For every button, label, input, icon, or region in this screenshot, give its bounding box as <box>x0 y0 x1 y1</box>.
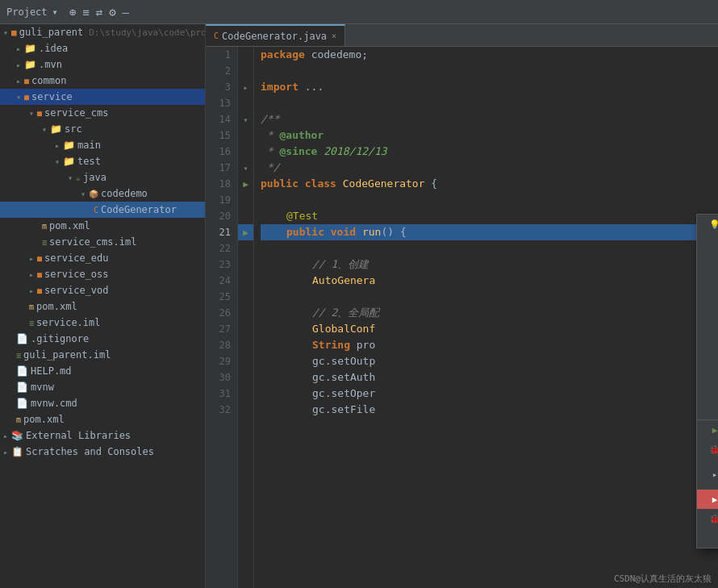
javadoc-start: /** <box>261 111 279 127</box>
code-line-32: gc.setFile <box>261 402 712 418</box>
menu-item-debug-maven[interactable]: 🐞 Debug Maven <box>697 440 718 459</box>
code-editor: 1 2 3 13 14 15 16 17 18 19 20 21 22 23 2… <box>206 47 718 588</box>
menu-item-generate[interactable]: Generate... Alt+ <box>697 400 718 419</box>
tree-item-test[interactable]: 📁 test <box>0 153 205 169</box>
menu-item-refactor[interactable]: Refactor <box>697 323 718 342</box>
module-icon: ■ <box>11 27 17 38</box>
module-icon: ■ <box>24 77 29 85</box>
tree-item-mvn[interactable]: 📁 .mvn <box>0 56 205 73</box>
gutter-29 <box>238 353 253 369</box>
gutter-14: ▾ <box>238 111 253 127</box>
tree-item-service-iml[interactable]: ≣ service.iml <box>0 315 205 331</box>
tree-item-common[interactable]: ■ common <box>0 73 205 89</box>
root-arrow <box>3 28 8 37</box>
service-edu-label: service_edu <box>44 252 108 264</box>
menu-item-folding[interactable]: Folding <box>697 342 718 361</box>
src-label: src <box>65 123 82 135</box>
add-icon[interactable]: ⊕ <box>69 6 76 19</box>
line-num-17: 17 <box>212 160 231 176</box>
tree-item-service[interactable]: ■ service <box>0 89 205 105</box>
tree-item-mvnwcmd[interactable]: 📄 mvnw.cmd <box>0 395 205 411</box>
gc-setoper: gc.setOper <box>312 386 375 402</box>
kw-void: void <box>331 224 356 240</box>
fold-end-icon[interactable]: ▾ <box>243 164 248 173</box>
menu-item-copy-paste[interactable]: Copy / Paste Special <box>697 253 718 273</box>
menu-item-analyze[interactable]: Analyze <box>697 361 718 381</box>
debug-maven-icon: 🐞 <box>708 444 718 455</box>
menu-item-goto[interactable]: Go To <box>697 381 718 400</box>
tree-item-codegenerator[interactable]: C CodeGenerator <box>0 202 205 218</box>
fold-icon[interactable]: ▾ <box>243 115 248 124</box>
menu-item-run-maven[interactable]: ▶ Run Maven <box>697 419 718 440</box>
editor-tab-codegenerator[interactable]: C CodeGenerator.java × <box>206 24 345 46</box>
root-label: guli_parent <box>19 27 83 38</box>
pom1-label: pom.xml <box>49 220 90 231</box>
tree-item-scratches[interactable]: 📋 Scratches and Consoles <box>0 444 205 460</box>
run-icon-21[interactable]: ▶ <box>243 227 248 238</box>
menu-item-column-mode[interactable]: Column Selection Mode Alt+Shift+ <box>697 273 718 303</box>
mvn-arrow <box>16 60 21 69</box>
gutter: ▸ ▾ ▾ ▶ ▶ <box>238 47 254 588</box>
code-line-17: */ <box>261 160 712 176</box>
minimize-icon[interactable]: – <box>123 6 129 19</box>
menu-item-more-run[interactable]: More Run/Debug <box>697 528 718 548</box>
tree-item-service-edu[interactable]: ■ service_edu <box>0 250 205 266</box>
menu-item-paste[interactable]: Paste <box>697 234 718 253</box>
menu-item-show-context[interactable]: 💡 Show Context Actions Alt+ <box>697 215 718 234</box>
tree-item-java[interactable]: ☕ java <box>0 169 205 186</box>
comment-1: // 1、创建 <box>312 256 369 273</box>
tree-item-idea[interactable]: 📁 .idea <box>0 40 205 56</box>
scratch-icon: 📋 <box>11 446 23 457</box>
tree-root[interactable]: ■ guli_parent D:\study\java\code\project… <box>0 24 205 40</box>
gutter-32 <box>238 402 253 418</box>
tree-item-gitignore[interactable]: 📄 .gitignore <box>0 331 205 347</box>
gutter-22 <box>238 240 253 256</box>
service-cms-iml-label: service_cms.iml <box>49 236 136 248</box>
menu-item-open-terminal[interactable]: ▸ Open Terminal at the Current Module <box>697 459 718 490</box>
tree-item-service-vod[interactable]: ■ service_vod <box>0 282 205 298</box>
project-dropdown-icon[interactable]: ▾ <box>52 6 58 18</box>
menu-item-run-run[interactable]: ▶ Run 'run()' Ctrl+Shift <box>697 490 718 509</box>
module-icon: ■ <box>37 109 42 118</box>
tree-item-main[interactable]: 📁 main <box>0 137 205 153</box>
module-icon: ■ <box>37 286 42 295</box>
tree-item-guli-iml[interactable]: ≣ guli_parent.iml <box>0 347 205 363</box>
mvnwcmd-label: mvnw.cmd <box>31 398 77 409</box>
tree-item-ext-libs[interactable]: 📚 External Libraries <box>0 427 205 444</box>
tree-item-src[interactable]: 📁 src <box>0 121 205 137</box>
main-arrow <box>55 141 60 150</box>
service-label: service <box>31 91 73 102</box>
tab-close-button[interactable]: × <box>332 31 336 40</box>
scroll-icon[interactable]: ⇄ <box>96 6 102 19</box>
tree-item-pom1[interactable]: m pom.xml <box>0 218 205 234</box>
run-icon[interactable]: ▶ <box>243 179 248 190</box>
menu-item-debug-run[interactable]: 🐞 Debug 'run()' <box>697 509 718 528</box>
gutter-3: ▸ <box>238 79 253 95</box>
tree-item-service-cms-iml[interactable]: ≣ service_cms.iml <box>0 234 205 250</box>
iml-icon: ≣ <box>16 351 21 360</box>
tree-item-pom2[interactable]: m pom.xml <box>0 298 205 315</box>
tree-item-service-cms[interactable]: ■ service_cms <box>0 105 205 121</box>
watermark: CSDN@认真生活的灰太狼 <box>607 571 718 586</box>
list-icon[interactable]: ≡ <box>82 6 89 19</box>
tree-item-pom3[interactable]: m pom.xml <box>0 411 205 427</box>
editor-area: C CodeGenerator.java × 1 2 3 13 14 15 16… <box>206 24 718 588</box>
gear-icon[interactable]: ⚙ <box>109 6 115 19</box>
tree-item-mvnw[interactable]: 📄 mvnw <box>0 379 205 395</box>
service-oss-label: service_oss <box>44 269 108 280</box>
file-icon: 📄 <box>16 365 28 377</box>
tree-item-help[interactable]: 📄 HELP.md <box>0 363 205 379</box>
project-label[interactable]: Project <box>6 6 48 18</box>
gc-setoutp: gc.setOutp <box>312 353 375 369</box>
xml-icon: m <box>42 222 47 231</box>
code-content[interactable]: package codedemo; import ... /** * @aut <box>254 47 718 588</box>
line-num-30: 30 <box>212 369 231 386</box>
line-numbers: 1 2 3 13 14 15 16 17 18 19 20 21 22 23 2… <box>206 47 238 588</box>
gutter-1 <box>238 47 253 63</box>
tree-item-service-oss[interactable]: ■ service_oss <box>0 266 205 282</box>
gutter-17: ▾ <box>238 160 253 176</box>
title-bar-icons: ⊕ ≡ ⇄ ⚙ – <box>69 6 129 19</box>
menu-item-find-usages[interactable]: Find Usages A <box>697 303 718 323</box>
tree-item-codedemo[interactable]: 📦 codedemo <box>0 186 205 202</box>
fold-icon[interactable]: ▸ <box>243 83 248 92</box>
